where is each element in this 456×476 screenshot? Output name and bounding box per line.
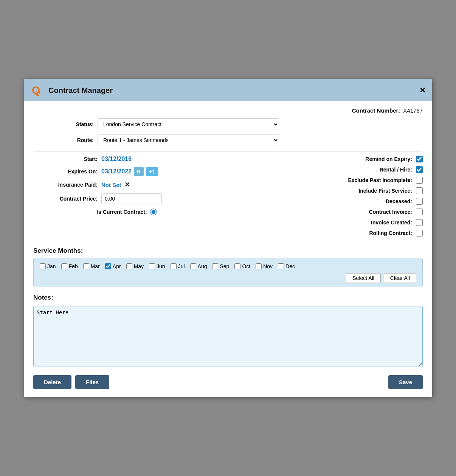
month-label-oct: Oct	[242, 263, 250, 269]
remind-expiry-checkbox[interactable]	[416, 156, 423, 162]
notes-textarea[interactable]: Start Here	[33, 306, 423, 366]
start-value: 03/12/2016	[101, 156, 132, 162]
month-label-jul: Jul	[178, 263, 185, 269]
month-item-jan: Jan	[40, 263, 56, 269]
content-area: Contract Number: X41767 Status: London S…	[24, 101, 432, 397]
month-item-oct: Oct	[234, 263, 250, 269]
months-btn-row: Select All Clear All	[40, 273, 416, 283]
save-button[interactable]: Save	[388, 375, 423, 389]
footer: Delete Files Save	[33, 375, 423, 389]
contract-number-value: X41767	[403, 107, 423, 114]
is-current-row: Is Current Contract:	[33, 209, 220, 215]
month-checkbox-dec[interactable]	[278, 263, 284, 269]
month-label-feb: Feb	[69, 263, 78, 269]
route-row: Route: Route 1 - James Simmonds	[33, 134, 423, 146]
month-item-nov: Nov	[256, 263, 273, 269]
invoice-created-row: Invoice Created:	[236, 219, 423, 226]
insurance-value: Not Set	[101, 182, 121, 188]
service-months-box: Jan Feb Mar Apr	[33, 258, 423, 287]
expires-label: Expires On:	[33, 168, 98, 175]
month-item-jun: Jun	[149, 263, 165, 269]
contract-invoice-label: Contract Invoice:	[369, 209, 412, 215]
is-current-radio[interactable]	[150, 209, 157, 215]
is-current-label: Is Current Contract:	[97, 209, 147, 215]
month-checkbox-jun[interactable]	[149, 263, 155, 269]
rental-hire-checkbox[interactable]	[416, 166, 423, 173]
invoice-created-label: Invoice Created:	[371, 219, 412, 226]
month-item-may: May	[126, 263, 144, 269]
service-months-title: Service Months:	[33, 247, 423, 255]
svg-text:V: V	[36, 91, 40, 97]
contract-manager-window: Q V Contract Manager ✕ Contract Number: …	[24, 79, 432, 397]
insurance-row: Insurance Paid: Not Set ✕	[33, 181, 220, 189]
deceased-checkbox[interactable]	[416, 198, 423, 205]
title-bar: Q V Contract Manager ✕	[24, 79, 432, 101]
route-select[interactable]: Route 1 - James Simmonds	[98, 134, 279, 146]
delete-button[interactable]: Delete	[33, 375, 71, 389]
status-label: Status:	[33, 121, 94, 127]
month-checkbox-jan[interactable]	[40, 263, 46, 269]
months-row: Jan Feb Mar Apr	[40, 263, 416, 269]
month-item-apr: Apr	[105, 263, 121, 269]
plus1-button[interactable]: +1	[146, 167, 158, 176]
notes-title: Notes:	[33, 294, 423, 301]
month-label-apr: Apr	[113, 263, 121, 269]
include-first-checkbox[interactable]	[416, 187, 423, 194]
is-current-radio-row: Is Current Contract:	[97, 209, 157, 215]
remind-expiry-label: Remind on Expiry:	[365, 156, 412, 162]
month-label-jan: Jan	[47, 263, 56, 269]
month-checkbox-oct[interactable]	[234, 263, 240, 269]
month-item-mar: Mar	[83, 263, 100, 269]
month-item-dec: Dec	[278, 263, 295, 269]
rolling-contract-row: Rolling Contract:	[236, 230, 423, 236]
month-label-sep: Sep	[220, 263, 229, 269]
app-logo-icon: Q V	[30, 83, 45, 97]
month-label-may: May	[134, 263, 144, 269]
month-label-nov: Nov	[263, 263, 273, 269]
month-checkbox-may[interactable]	[126, 263, 132, 269]
month-checkbox-sep[interactable]	[212, 263, 218, 269]
month-item-jul: Jul	[171, 263, 185, 269]
exclude-past-row: Exclude Past Incomplete:	[236, 177, 423, 184]
month-checkbox-mar[interactable]	[83, 263, 89, 269]
status-select[interactable]: London Service Contract	[98, 118, 279, 130]
month-checkbox-nov[interactable]	[256, 263, 262, 269]
rolling-contract-checkbox[interactable]	[416, 230, 423, 236]
month-checkbox-apr[interactable]	[105, 263, 111, 269]
exclude-past-checkbox[interactable]	[416, 177, 423, 184]
close-button[interactable]: ✕	[419, 87, 426, 94]
month-checkbox-feb[interactable]	[61, 263, 67, 269]
contract-number-label: Contract Number:	[352, 107, 400, 114]
remind-expiry-row: Remind on Expiry:	[236, 156, 423, 162]
month-item-sep: Sep	[212, 263, 229, 269]
contract-price-input[interactable]	[101, 193, 162, 204]
select-all-button[interactable]: Select All	[346, 273, 381, 283]
renewal-button[interactable]: R	[134, 167, 144, 176]
invoice-created-checkbox[interactable]	[416, 219, 423, 226]
contract-invoice-checkbox[interactable]	[416, 209, 423, 215]
deceased-label: Deceased:	[386, 198, 412, 204]
files-button[interactable]: Files	[75, 375, 109, 389]
title-bar-left: Q V Contract Manager	[30, 83, 113, 97]
rental-hire-row: Rental / Hire:	[236, 166, 423, 173]
rolling-contract-label: Rolling Contract:	[369, 230, 412, 236]
deceased-row: Deceased:	[236, 198, 423, 205]
expires-value-row: 03/12/2022 R +1	[101, 167, 158, 176]
month-label-jun: Jun	[157, 263, 165, 269]
expires-row: Expires On: 03/12/2022 R +1	[33, 167, 220, 176]
footer-left: Delete Files	[33, 375, 109, 389]
include-first-row: Include First Service:	[236, 187, 423, 194]
status-row: Status: London Service Contract	[33, 118, 423, 130]
expires-value: 03/12/2022	[101, 168, 132, 175]
left-column: Start: 03/12/2016 Expires On: 03/12/2022…	[33, 156, 220, 240]
window-title: Contract Manager	[48, 86, 113, 95]
month-checkbox-aug[interactable]	[190, 263, 196, 269]
start-label: Start:	[33, 156, 98, 162]
month-checkbox-jul[interactable]	[171, 263, 177, 269]
rental-hire-label: Rental / Hire:	[380, 167, 412, 173]
insurance-clear-button[interactable]: ✕	[124, 181, 130, 189]
month-item-aug: Aug	[190, 263, 207, 269]
clear-all-button[interactable]: Clear All	[384, 273, 416, 283]
month-label-mar: Mar	[91, 263, 100, 269]
contract-price-label: Contract Price:	[33, 196, 98, 202]
